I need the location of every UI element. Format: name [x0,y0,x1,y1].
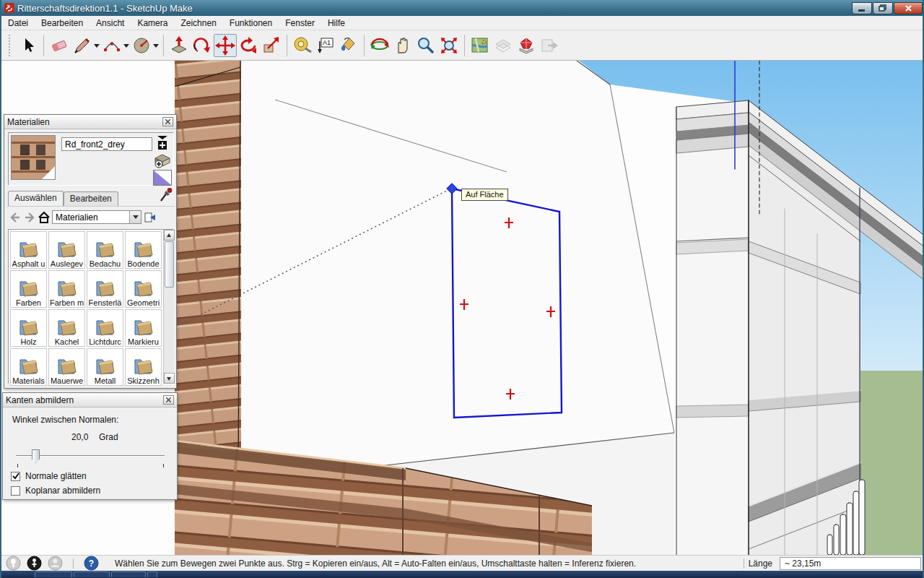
sample-paint-button[interactable] [159,187,173,206]
material-folder-item[interactable]: Markieru [125,309,162,347]
scrollbar-thumb[interactable] [165,241,174,288]
material-name-input[interactable] [61,137,152,151]
material-folder-item[interactable]: Kachel [48,309,85,347]
push-pull-tool-button[interactable] [167,34,191,57]
zoom-tool-button[interactable] [414,34,437,57]
material-folder-item[interactable]: Asphalt u [10,231,47,269]
status-hint: Wählen Sie zum Bewegen zwei Punkte aus. … [115,558,636,569]
svg-text:A1: A1 [323,39,331,46]
menu-item[interactable]: Fenster [279,17,321,30]
scroll-up-button[interactable] [164,230,175,241]
menu-item[interactable]: Zeichnen [174,17,222,30]
menu-bar: DateiBearbeitenAnsichtKameraZeichnenFunk… [1,16,924,30]
material-folder-item[interactable]: Bedachu [87,231,123,269]
material-folder-item[interactable]: Mauerwe [48,348,85,386]
text-tool-button[interactable]: A1 [314,34,337,57]
extension-warehouse-button[interactable] [515,34,538,57]
menu-item[interactable]: Funktionen [223,17,279,30]
material-folder-item[interactable]: Farben m [48,270,85,308]
soften-panel-titlebar[interactable]: Kanten abmildern [3,393,177,407]
soften-coplanar-checkbox[interactable] [11,486,20,496]
materials-tabs: Auswählen Bearbeiten [8,190,118,206]
materials-panel-titlebar[interactable]: Materialien [4,115,176,129]
menu-item[interactable]: Kamera [131,17,174,30]
toolbar-grip[interactable] [9,35,12,56]
smooth-normals-checkbox[interactable] [11,472,20,481]
collection-dropdown-arrow[interactable] [129,211,141,223]
circle-tool-button[interactable] [130,34,153,57]
home-button[interactable] [38,211,50,223]
viewport[interactable]: Auf Fläche Materialien Auswählen Bearbei… [1,61,924,555]
menu-item[interactable]: Bearbeiten [35,17,90,30]
material-folder-item[interactable]: Metall [87,348,123,386]
default-material-swatch[interactable] [153,170,172,186]
add-location-button[interactable] [468,34,492,57]
measurement-box[interactable]: ~ 23,15m [780,557,921,570]
toggle-terrain-button[interactable] [492,34,515,57]
angle-slider-thumb[interactable] [32,449,40,463]
line-tool-dropdown[interactable] [94,35,100,56]
taskbar-strip[interactable] [1,571,924,578]
folder-icon [18,239,40,259]
paint-bucket-tool-button[interactable] [337,34,360,57]
materials-scrollbar[interactable] [163,230,174,384]
folder-icon [18,356,40,376]
menu-item[interactable]: Ansicht [90,17,131,30]
title-bar[interactable]: Ritterschaftsdirektion1.1 - SketchUp Mak… [1,0,924,16]
folder-icon [95,317,116,337]
material-folder-item[interactable]: Farben [10,270,47,308]
material-folder-item[interactable]: Geometri [125,270,162,308]
circle-icon [131,35,152,56]
circle-tool-dropdown[interactable] [153,35,160,56]
material-folder-item[interactable]: Fensterlä [87,270,123,308]
scale-tool-button[interactable] [260,34,283,57]
create-material-button[interactable] [154,152,171,171]
materials-panel-title: Materialien [7,117,50,127]
restore-button[interactable] [873,2,893,14]
material-folder-item[interactable]: Materials [10,348,47,386]
close-button[interactable] [894,2,923,14]
back-button[interactable] [9,211,21,223]
menu-item[interactable]: Datei [1,17,35,30]
soften-panel-close-button[interactable] [163,395,174,405]
material-folder-item[interactable]: Holz [10,309,47,347]
material-preview[interactable] [11,135,56,180]
material-folder-item[interactable]: Bodende [125,231,162,269]
share-model-button[interactable] [538,34,561,57]
material-folder-item[interactable]: Lichtdurc [87,309,123,347]
move-tool-button[interactable] [214,34,237,57]
arc-tool-dropdown[interactable] [123,35,130,56]
sign-in-icon[interactable] [48,556,63,571]
forward-button[interactable] [23,211,35,223]
pan-tool-button[interactable] [391,34,414,57]
arc-tool-button[interactable] [100,34,123,57]
material-folder-item[interactable]: Skizzenh [125,348,162,386]
line-tool-button[interactable] [71,34,94,57]
scroll-down-button[interactable] [164,373,175,384]
geolocation-icon[interactable] [6,556,21,571]
eraser-tool-button[interactable] [48,34,71,57]
collection-dropdown[interactable]: Materialien [52,210,141,224]
zoom-extents-tool-button[interactable] [437,34,461,57]
measure-label: Länge [749,558,772,569]
secondary-pane-button[interactable] [156,135,170,154]
status-bar: ? Wählen Sie zum Bewegen zwei Punkte aus… [1,555,924,571]
orbit-tool-button[interactable] [368,34,391,57]
menu-item[interactable]: Hilfe [321,17,352,30]
minimize-button[interactable] [852,2,872,14]
tab-bearbeiten[interactable]: Bearbeiten [64,191,118,206]
rotate-tool-button[interactable] [237,34,260,57]
help-icon[interactable]: ? [84,556,99,571]
folder-icon [56,356,78,376]
follow-me-tool-button[interactable] [191,34,214,57]
folder-icon [133,356,154,376]
stone-facade-strip [175,61,241,480]
material-folder-item[interactable]: Auslegev [48,231,85,269]
tape-measure-tool-button[interactable] [291,34,314,57]
tab-auswaehlen[interactable]: Auswählen [8,191,64,207]
credits-icon[interactable] [27,556,42,571]
select-tool-button[interactable] [17,34,40,57]
materials-panel-close-button[interactable] [162,117,173,126]
toolbar: A1 [1,30,924,61]
details-button[interactable] [144,211,156,223]
